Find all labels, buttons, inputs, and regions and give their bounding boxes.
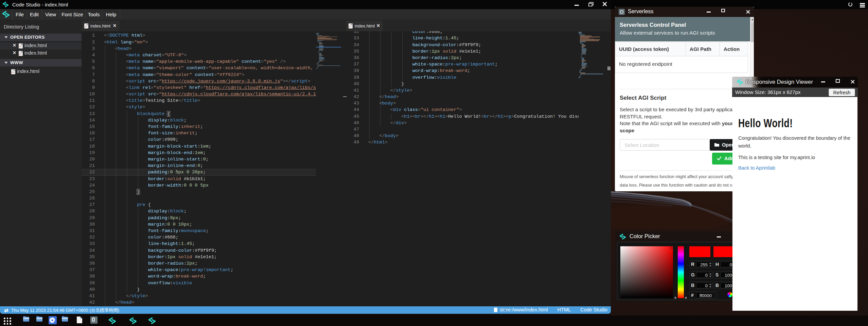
svg-text:♪: ♪ <box>53 319 55 323</box>
